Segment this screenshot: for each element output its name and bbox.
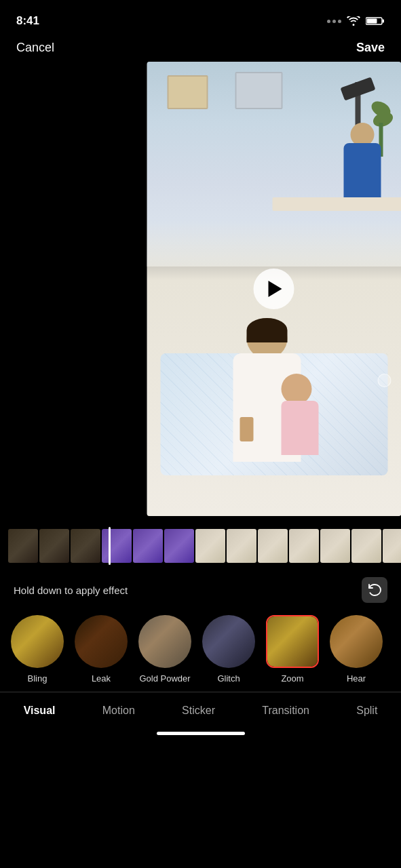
effect-thumbnail-glitch	[202, 615, 255, 668]
play-icon	[269, 281, 282, 297]
timeline-frame	[164, 529, 194, 563]
cursor-hint	[377, 374, 391, 387]
undo-button[interactable]	[362, 577, 387, 603]
svg-rect-2	[383, 20, 385, 23]
effect-thumbnail-leak	[75, 615, 128, 668]
timeline-frame	[258, 529, 288, 563]
svg-rect-1	[367, 19, 377, 24]
effect-thumbnail-zoom	[266, 615, 319, 668]
effect-bling[interactable]: Bling	[11, 615, 64, 684]
timeline-playhead	[109, 527, 111, 565]
wall-art-left	[167, 75, 208, 109]
desk-person	[299, 89, 381, 211]
timeline-frame	[320, 529, 350, 563]
top-bar: Cancel Save	[0, 34, 401, 62]
video-preview	[147, 62, 401, 516]
tab-visual[interactable]: Visual	[18, 702, 61, 719]
tab-transition[interactable]: Transition	[256, 702, 315, 719]
play-button[interactable]	[254, 269, 294, 309]
effect-label-gold-powder: Gold Powder	[139, 673, 190, 684]
tab-split[interactable]: Split	[351, 702, 383, 719]
effect-label-leak: Leak	[92, 673, 111, 684]
home-indicator	[157, 732, 245, 735]
tab-bar: Visual Motion Sticker Transition Split	[0, 692, 401, 726]
timeline-frame	[227, 529, 256, 563]
status-bar: 8:41	[0, 0, 401, 34]
timeline-frame	[39, 529, 69, 563]
effect-zoom[interactable]: Zoom	[266, 615, 319, 684]
effect-label-glitch: Glitch	[217, 673, 240, 684]
effect-hear[interactable]: Hear	[330, 615, 383, 684]
signal-icon	[327, 20, 341, 23]
effect-thumbnail-hear	[330, 615, 383, 668]
effects-row: Bling Leak Gold Powder Glitch Zoom Hear	[0, 610, 401, 689]
child-figure	[282, 374, 319, 455]
status-icons	[327, 16, 385, 26]
effect-gold-powder[interactable]: Gold Powder	[138, 615, 191, 684]
timeline-frame	[8, 529, 38, 563]
tab-motion[interactable]: Motion	[97, 702, 140, 719]
hold-down-bar: Hold down to apply effect	[0, 570, 401, 610]
timeline-frame	[71, 529, 100, 563]
timeline-strip[interactable]	[0, 527, 401, 565]
effect-label-zoom: Zoom	[281, 673, 303, 684]
wall-art-right	[235, 72, 282, 109]
hold-down-text: Hold down to apply effect	[14, 585, 128, 596]
timeline-frame	[102, 529, 132, 563]
effect-label-bling: Bling	[28, 673, 47, 684]
timeline-frame	[351, 529, 381, 563]
effect-leak[interactable]: Leak	[75, 615, 128, 684]
battery-icon	[366, 16, 385, 26]
tab-sticker[interactable]: Sticker	[176, 702, 221, 719]
timeline-frame	[383, 529, 401, 563]
video-bg	[147, 62, 401, 516]
timeline-frame	[289, 529, 319, 563]
wifi-icon	[347, 16, 360, 26]
timeline-frame	[133, 529, 163, 563]
scene-bottom	[147, 221, 401, 517]
timeline-container	[0, 516, 401, 570]
effect-label-hear: Hear	[347, 673, 366, 684]
save-button[interactable]: Save	[356, 41, 385, 55]
undo-icon	[368, 584, 381, 596]
timeline-frame	[195, 529, 225, 563]
effect-thumbnail-gold-powder	[138, 615, 191, 668]
effect-thumbnail-bling	[11, 615, 64, 668]
status-time: 8:41	[16, 14, 39, 28]
effect-glitch[interactable]: Glitch	[202, 615, 255, 684]
cancel-button[interactable]: Cancel	[16, 41, 54, 55]
